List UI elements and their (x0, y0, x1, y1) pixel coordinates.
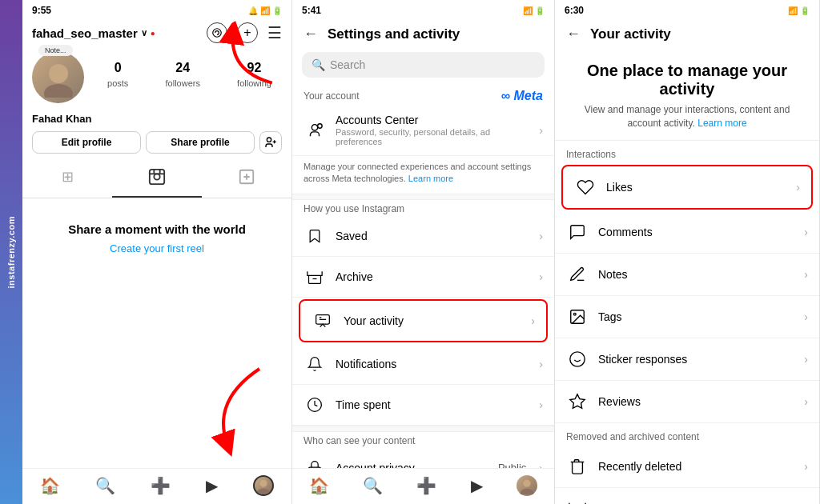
create-reel-link[interactable]: Create your first reel (110, 242, 204, 254)
grid-tab[interactable]: ⊞ (22, 162, 112, 198)
reels-nav-2[interactable]: ▶ (471, 476, 483, 495)
sticker-responses-item[interactable]: Sticker responses › (555, 338, 819, 381)
notifications-title: Notifications (336, 358, 529, 370)
saved-icon (303, 225, 326, 247)
profile-nav-2[interactable] (517, 475, 537, 496)
archive-content: Archive (336, 270, 529, 283)
notifications-item[interactable]: Notifications › (292, 344, 554, 385)
followers-count: 24 (166, 61, 200, 75)
learn-more-link-1[interactable]: Learn more (408, 174, 453, 183)
profile-nav[interactable] (253, 475, 274, 496)
reels-nav[interactable]: ▶ (206, 476, 218, 495)
notes-icon (566, 263, 589, 286)
time-spent-content: Time spent (336, 398, 529, 411)
svg-point-13 (257, 489, 271, 494)
archive-item[interactable]: Archive › (292, 257, 554, 298)
archived-item[interactable]: Archived › (555, 488, 819, 504)
notes-item[interactable]: Notes › (555, 254, 819, 296)
tags-label: Tags (598, 310, 794, 323)
svg-point-15 (318, 123, 323, 128)
add-friend-button[interactable] (259, 131, 282, 154)
create-nav[interactable]: ➕ (151, 476, 171, 495)
status-icons-3: 📶 🔋 (788, 6, 810, 15)
sticker-responses-label: Sticker responses (598, 353, 794, 366)
username-arrow: ∨ (141, 28, 147, 38)
search-icon: 🔍 (312, 58, 325, 71)
settings-divider-1 (292, 194, 554, 200)
likes-item[interactable]: Likes › (561, 165, 813, 210)
settings-divider-2 (292, 426, 554, 432)
your-activity-content: Your activity (344, 314, 521, 327)
comments-icon (566, 221, 589, 243)
profile-panel: 9:55 🔔 📶 🔋 fahad_seo_master ∨ ● + ☰ (22, 0, 292, 504)
recently-deleted-chevron: › (804, 460, 808, 473)
archive-title: Archive (336, 270, 529, 283)
svg-point-2 (44, 84, 73, 98)
status-icons-1: 🔔 📶 🔋 (248, 6, 282, 15)
activity-hero-desc: View and manage your interactions, conte… (571, 103, 803, 130)
reviews-chevron: › (804, 395, 808, 408)
activity-title: Your activity (590, 26, 671, 42)
accounts-center-icon (303, 119, 326, 142)
home-nav-2[interactable]: 🏠 (309, 476, 329, 495)
tags-item[interactable]: Tags › (555, 296, 819, 338)
accounts-center-item[interactable]: Accounts Center Password, security, pers… (292, 105, 554, 156)
username-row: fahad_seo_master ∨ ● (32, 26, 155, 40)
manage-text: Manage your connected experiences and ac… (292, 156, 554, 194)
search-nav[interactable]: 🔍 (95, 476, 115, 495)
comments-item[interactable]: Comments › (555, 211, 819, 254)
saved-item[interactable]: Saved › (292, 216, 554, 257)
tagged-tab[interactable] (202, 162, 291, 198)
reviews-label: Reviews (598, 395, 794, 408)
share-profile-button[interactable]: Share profile (146, 131, 255, 154)
sticker-responses-icon (566, 348, 589, 370)
likes-icon (574, 176, 597, 198)
removed-section-label: Removed and archived content (555, 423, 819, 446)
svg-point-28 (573, 313, 576, 315)
accounts-center-content: Accounts Center Password, security, pers… (336, 114, 529, 146)
home-nav[interactable]: 🏠 (40, 476, 60, 495)
how-section-label: How you use Instagram (292, 200, 554, 216)
recently-deleted-item[interactable]: Recently deleted › (555, 446, 819, 488)
empty-title: Share a moment with the world (38, 222, 275, 236)
back-button-activity[interactable]: ← (566, 26, 581, 42)
menu-icon[interactable]: ☰ (267, 23, 282, 42)
search-placeholder: Search (330, 58, 365, 71)
time-3: 6:30 (565, 5, 584, 16)
search-nav-2[interactable]: 🔍 (363, 476, 383, 495)
activity-panel: 6:30 📶 🔋 ← Your activity One place to ma… (555, 0, 820, 504)
search-box[interactable]: 🔍 Search (302, 52, 545, 78)
archived-icon (566, 498, 589, 504)
your-activity-item[interactable]: Your activity › (299, 299, 548, 342)
status-bar-2: 5:41 📶 🔋 (292, 0, 554, 19)
reviews-icon (566, 390, 589, 413)
bottom-nav-1: 🏠 🔍 ➕ ▶ (22, 468, 291, 504)
followers-stat: 24 followers (166, 61, 200, 90)
settings-content: 5:41 📶 🔋 ← Settings and activity 🔍 Searc… (292, 0, 554, 504)
settings-header: ← Settings and activity (292, 19, 554, 49)
time-spent-item[interactable]: Time spent › (292, 385, 554, 426)
tags-chevron: › (804, 310, 808, 323)
learn-more-link-2[interactable]: Learn more (697, 118, 746, 129)
reels-tab[interactable] (112, 162, 202, 198)
likes-chevron: › (796, 181, 800, 194)
notes-chevron: › (804, 268, 808, 281)
activity-hero-title: One place to manage your activity (571, 62, 803, 98)
red-arrow-down (195, 361, 275, 460)
time-2: 5:41 (302, 5, 321, 16)
who-section-label: Who can see your content (292, 432, 554, 448)
sticker-responses-chevron: › (804, 353, 808, 366)
accounts-center-sub: Password, security, personal details, ad… (336, 127, 529, 146)
archive-chevron: › (539, 270, 543, 283)
svg-point-7 (154, 174, 159, 179)
back-button-settings[interactable]: ← (303, 26, 318, 42)
status-bar-3: 6:30 📶 🔋 (555, 0, 819, 19)
note-bubble: Note... (38, 45, 73, 56)
accounts-center-chevron: › (539, 124, 543, 137)
avatar (32, 51, 84, 103)
reviews-item[interactable]: Reviews › (555, 381, 819, 423)
svg-point-12 (259, 480, 267, 487)
status-icons-2: 📶 🔋 (523, 6, 545, 15)
create-nav-2[interactable]: ➕ (416, 476, 436, 495)
edit-profile-button[interactable]: Edit profile (32, 131, 141, 154)
